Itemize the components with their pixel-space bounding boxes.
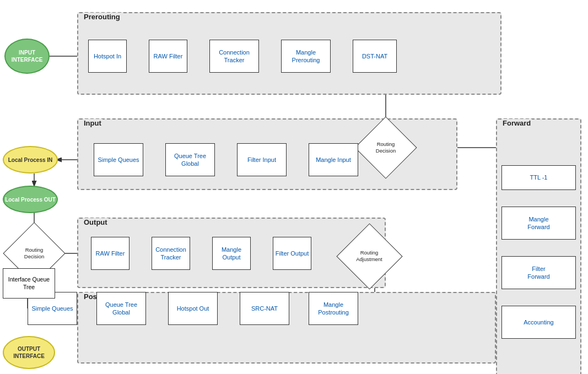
connection-tracker-pre-label: Connection Tracker <box>219 48 250 64</box>
dst-nat-label: DST-NAT <box>362 52 387 60</box>
hotspot-out-box: Hotspot Out <box>168 292 218 325</box>
raw-filter-pre-label: RAW Filter <box>154 52 183 60</box>
input-interface-ellipse: INPUT INTERFACE <box>4 39 50 74</box>
mangle-prerouting-box: Mangle Prerouting <box>281 40 331 73</box>
routing-decision-1-label: Routing Decision <box>366 141 405 155</box>
mangle-output-label: Mangle Output <box>213 246 250 262</box>
mangle-postrouting-label: Mangle Postrouting <box>318 301 349 317</box>
connection-tracker-out-box: Connection Tracker <box>152 237 190 270</box>
diagram: Prerouting INPUT INTERFACE Hotspot In RA… <box>0 0 588 374</box>
queue-tree-global-in-box: Queue Tree Global <box>165 143 215 176</box>
input-interface-label: INPUT INTERFACE <box>12 49 43 63</box>
hotspot-out-label: Hotspot Out <box>177 305 209 312</box>
filter-forward-label: Filter Forward <box>527 265 549 281</box>
hotspot-in-box: Hotspot In <box>88 40 127 73</box>
accounting-box: Accounting <box>501 306 576 339</box>
mangle-input-box: Mangle Input <box>309 143 358 176</box>
routing-adjustment-label: Routing Adjustment <box>349 250 390 263</box>
local-process-in-ellipse: Local Process IN <box>3 146 58 174</box>
raw-filter-out-box: RAW Filter <box>91 237 130 270</box>
accounting-label: Accounting <box>524 318 553 326</box>
mangle-forward-label: Mangle Forward <box>527 215 549 231</box>
interface-queue-tree-label: Interface Queue Tree <box>8 276 50 291</box>
output-interface-ellipse: OUTPUT INTERFACE <box>3 336 55 369</box>
local-process-out-label: Local Process OUT <box>5 196 56 203</box>
mangle-output-box: Mangle Output <box>212 237 251 270</box>
connection-tracker-pre-box: Connection Tracker <box>209 40 259 73</box>
connection-tracker-out-label: Connection Tracker <box>155 246 186 262</box>
local-process-in-label: Local Process IN <box>8 156 53 164</box>
filter-output-box: Filter Output <box>273 237 311 270</box>
mangle-postrouting-box: Mangle Postrouting <box>309 292 358 325</box>
mangle-input-label: Mangle Input <box>316 156 351 164</box>
simple-queues-in-box: Simple Queues <box>94 143 143 176</box>
simple-queues-post-label: Simple Queues <box>31 305 73 312</box>
ttl-1-box: TTL -1 <box>501 165 576 190</box>
local-process-out-ellipse: Local Process OUT <box>3 186 58 213</box>
dst-nat-box: DST-NAT <box>353 40 397 73</box>
forward-label: Forward <box>501 119 532 127</box>
output-interface-label: OUTPUT INTERFACE <box>13 345 45 360</box>
filter-input-box: Filter Input <box>237 143 287 176</box>
routing-decision-1-wrap: Routing Decision <box>364 126 408 170</box>
src-nat-label: SRC-NAT <box>251 305 278 312</box>
interface-queue-tree-box: Interface Queue Tree <box>3 268 55 299</box>
routing-adjustment-wrap: Routing Adjustment <box>344 231 394 281</box>
simple-queues-in-label: Simple Queues <box>98 156 139 164</box>
filter-output-label: Filter Output <box>276 250 309 257</box>
prerouting-label: Prerouting <box>83 13 121 21</box>
mangle-forward-box: Mangle Forward <box>501 207 576 240</box>
raw-filter-pre-box: RAW Filter <box>149 40 187 73</box>
input-label: Input <box>83 119 103 127</box>
hotspot-in-label: Hotspot In <box>94 52 121 60</box>
ttl-1-label: TTL -1 <box>530 174 548 181</box>
queue-tree-global-post-box: Queue Tree Global <box>96 292 146 325</box>
mangle-prerouting-label: Mangle Prerouting <box>292 48 320 64</box>
queue-tree-global-in-label: Queue Tree Global <box>174 152 206 168</box>
filter-forward-box: Filter Forward <box>501 256 576 289</box>
filter-input-label: Filter Input <box>247 156 276 164</box>
src-nat-box: SRC-NAT <box>240 292 289 325</box>
output-label: Output <box>83 218 109 226</box>
raw-filter-out-label: RAW Filter <box>96 250 125 257</box>
queue-tree-global-post-label: Queue Tree Global <box>105 301 137 317</box>
routing-decision-2-label: Routing Decision <box>15 247 53 261</box>
